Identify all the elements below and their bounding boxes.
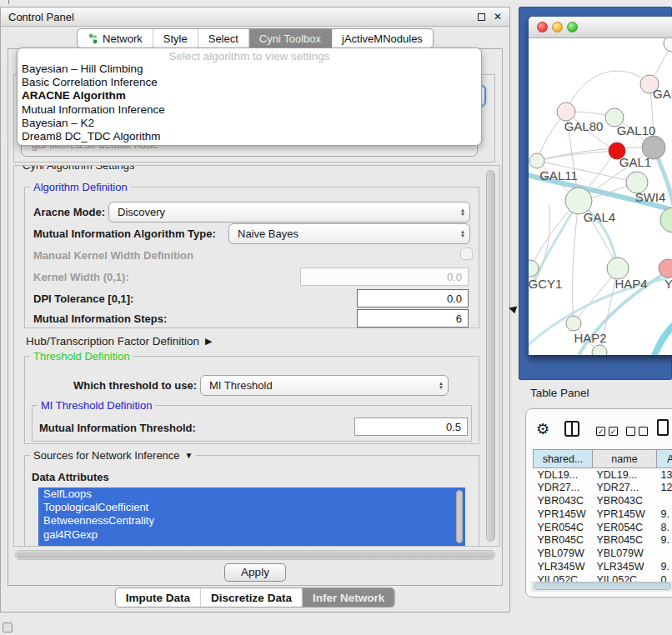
expand-down-icon[interactable]: ▼: [185, 451, 193, 460]
table-cell[interactable]: 12: [657, 481, 672, 494]
table-cell[interactable]: YBL079W: [593, 547, 657, 560]
table-cell[interactable]: YBR045C: [534, 533, 593, 547]
settings-vertical-scrollbar[interactable]: [486, 170, 495, 542]
table-cell[interactable]: YBR045C: [593, 533, 657, 547]
table-row: YPR145WYPR145W9.: [534, 508, 672, 521]
popup-placeholder: Select algorithm to view settings: [18, 51, 481, 62]
table-cell[interactable]: YLR345W: [534, 560, 593, 573]
table-cell[interactable]: YDL19...: [593, 468, 657, 482]
which-threshold-select[interactable]: MI Threshold ▲▼: [200, 375, 449, 396]
mi-algorithm-type-select[interactable]: Naive Bayes ▲▼: [228, 223, 470, 244]
table-cell[interactable]: 13: [657, 468, 672, 482]
table-row: YBR045CYBR045C9.: [534, 533, 672, 547]
mi-threshold-label: Mutual Information Threshold:: [39, 422, 196, 434]
tab-network[interactable]: Network: [78, 29, 153, 48]
tab-label: Select: [208, 32, 238, 45]
tab-discretize-data[interactable]: Discretize Data: [201, 588, 303, 607]
graph-node[interactable]: [592, 345, 607, 355]
threshold-definition-title: Threshold Definition: [30, 350, 133, 362]
tab-label: Style: [163, 32, 188, 45]
dpi-tolerance-input[interactable]: 0.0: [357, 289, 469, 308]
table-cell[interactable]: 9.: [657, 560, 672, 573]
attribute-item-topologicalcoefficient[interactable]: TopologicalCoefficient: [38, 501, 465, 514]
algorithm-option-bayesian-k2[interactable]: Bayesian – K2: [18, 117, 481, 130]
apply-button[interactable]: Apply: [224, 563, 286, 582]
minimize-window-icon[interactable]: [552, 22, 563, 32]
tab-select[interactable]: Select: [198, 29, 249, 48]
table-horizontal-scrollbar[interactable]: [534, 582, 671, 590]
algorithm-option-bayesian-hill-climbing[interactable]: Bayesian – Hill Climbing: [18, 62, 481, 76]
zoom-window-icon[interactable]: [567, 22, 578, 32]
aracne-mode-select[interactable]: Discovery ▲▼: [108, 202, 470, 222]
column-header-shared[interactable]: shared...: [534, 450, 593, 468]
attribute-item-selfloops[interactable]: SelfLoops: [38, 488, 465, 501]
graph-node-gal11[interactable]: [529, 153, 544, 168]
tab-jactivemnodules[interactable]: jActiveMNodules: [332, 29, 433, 48]
settings-horizontal-scrollbar[interactable]: [15, 550, 495, 560]
settings-group-title: Cyni Algorithm Settings: [19, 165, 138, 172]
network-view-inner-window: GALGAL80GAL10GAL1GAL11SWI4GAL4GCY1HAP4YH…: [529, 17, 672, 355]
close-window-icon[interactable]: [537, 22, 548, 32]
table-cell[interactable]: 8.: [657, 521, 672, 534]
algorithm-option-aracne-algorithm[interactable]: ARACNE Algorithm: [18, 89, 481, 102]
table-cell[interactable]: [657, 494, 672, 508]
tab-cyni-toolbox[interactable]: Cyni Toolbox: [249, 29, 332, 48]
tab-infer-network[interactable]: Infer Network: [303, 588, 394, 607]
table-cell[interactable]: 9.: [657, 533, 672, 547]
float-panel-icon[interactable]: [478, 13, 485, 21]
network-window-titlebar[interactable]: [529, 17, 672, 38]
cyni-bottom-tabs: Impute DataDiscretize DataInfer Network: [115, 588, 395, 608]
table-cell[interactable]: YBR043C: [593, 494, 657, 508]
table-cell[interactable]: YLR345W: [593, 560, 657, 573]
collapsed-panel-button[interactable]: [3, 622, 13, 632]
table-cell[interactable]: YPR145W: [593, 508, 657, 521]
table-cell[interactable]: YPR145W: [534, 508, 593, 521]
algorithm-option-mutual-information-inference[interactable]: Mutual Information Inference: [18, 103, 481, 117]
mi-type-label: Mutual Information Algorithm Type:: [33, 228, 216, 240]
columns-icon[interactable]: [564, 421, 579, 437]
table-cell[interactable]: YER054C: [593, 521, 657, 534]
manual-kernel-checkbox[interactable]: [460, 248, 473, 260]
tab-style[interactable]: Style: [153, 29, 198, 48]
mi-threshold-input[interactable]: 0.5: [354, 418, 468, 436]
tab-impute-data[interactable]: Impute Data: [116, 588, 201, 607]
graph-node[interactable]: [664, 38, 672, 52]
document-icon[interactable]: [657, 419, 669, 436]
kernel-width-input[interactable]: 0.0: [300, 268, 469, 286]
graph-node-hap2[interactable]: [566, 316, 581, 331]
table-cell[interactable]: YDL19...: [534, 468, 593, 482]
attribute-item-betweennesscentrality[interactable]: BetweennessCentrality: [38, 514, 465, 528]
table-cell[interactable]: YBL079W: [534, 547, 593, 560]
graph-node-label: Y: [664, 277, 672, 291]
close-icon[interactable]: ✕: [494, 12, 502, 22]
table-cell[interactable]: YBR043C: [534, 494, 593, 508]
hub-definition-toggle[interactable]: Hub/Transcription Factor Definition ▶: [26, 335, 213, 348]
algorithm-option-dream8-dc-tdc-algorithm[interactable]: Dream8 DC_TDC Algorithm: [18, 130, 481, 143]
graph-node-gal80[interactable]: [557, 102, 575, 121]
deselect-box-icon[interactable]: [626, 427, 635, 436]
algorithm-option-basic-correlation-inference[interactable]: Basic Correlation Inference: [18, 76, 481, 89]
network-graph-canvas[interactable]: GALGAL80GAL10GAL1GAL11SWI4GAL4GCY1HAP4YH…: [529, 38, 672, 355]
table-cell[interactable]: YER054C: [534, 521, 593, 534]
graph-node-swi4[interactable]: [660, 208, 672, 232]
column-header-name[interactable]: name: [593, 450, 657, 468]
column-header-a[interactable]: A: [657, 450, 672, 468]
algorithm-definition-group: Algorithm Definition Aracne Mode: Discov…: [24, 187, 479, 328]
table-cell[interactable]: YDR27...: [593, 481, 657, 494]
mi-steps-input[interactable]: 6: [357, 309, 469, 328]
deselect-box-icon-2[interactable]: [639, 427, 648, 436]
table-toolbar: ⚙ ✓ ✓: [526, 409, 672, 448]
select-all-check-icon[interactable]: ✓: [596, 427, 605, 436]
panel-title: Control Panel: [8, 11, 469, 23]
table-cell[interactable]: 9.: [657, 508, 672, 521]
stepper-icon: ▲▼: [460, 208, 469, 216]
gear-icon[interactable]: ⚙: [536, 420, 549, 438]
table-cell[interactable]: YDR27...: [534, 481, 593, 494]
mi-threshold-group: MI Threshold Definition Mutual Informati…: [32, 405, 472, 442]
attributes-list-scrollbar[interactable]: [456, 490, 463, 543]
table-cell[interactable]: [657, 547, 672, 560]
select-all-check-icon-2[interactable]: ✓: [609, 427, 618, 436]
sources-group: Sources for Network Inference ▼ Data Att…: [24, 455, 479, 547]
horizontal-scrollbar-thumb[interactable]: [17, 552, 494, 558]
attribute-item-gal4rgexp[interactable]: gal4RGexp: [38, 528, 465, 542]
